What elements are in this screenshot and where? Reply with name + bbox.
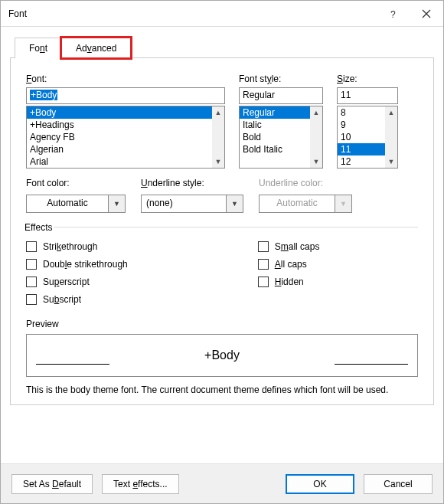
fontstyle-listbox[interactable]: Regular Italic Bold Bold Italic ▲ ▼	[239, 106, 323, 169]
list-item[interactable]: 8	[338, 106, 385, 119]
effects-group-label: Effects	[23, 222, 54, 233]
strikethrough-checkbox[interactable]: Strikethrough	[26, 241, 128, 252]
set-as-default-button[interactable]: Set As Default	[11, 474, 93, 494]
scroll-down-icon[interactable]: ▼	[212, 155, 224, 168]
tab-strip: Font Advanced	[15, 38, 443, 58]
subscript-checkbox[interactable]: Subscript	[26, 294, 128, 305]
preview-underline-left	[36, 364, 109, 365]
tab-advanced[interactable]: Advanced	[61, 38, 131, 58]
preview-description: This is the body theme font. The current…	[26, 385, 418, 395]
underlinestyle-dropdown[interactable]: (none) ▼	[141, 195, 243, 213]
preview-text: +Body	[204, 349, 240, 362]
scrollbar[interactable]: ▲ ▼	[212, 106, 224, 168]
preview-label: Preview	[26, 319, 418, 329]
font-listbox[interactable]: +Body +Headings Agency FB Algerian Arial…	[26, 106, 225, 169]
list-item[interactable]: +Body	[27, 106, 212, 119]
fontcolor-dropdown[interactable]: Automatic ▼	[26, 195, 126, 213]
list-item[interactable]: Bold	[240, 131, 310, 143]
smallcaps-checkbox[interactable]: Small caps	[258, 241, 320, 252]
help-icon: ?	[388, 9, 397, 18]
size-listbox[interactable]: 8 9 10 11 12 ▲ ▼	[337, 106, 398, 169]
fontcolor-label: Font color:	[26, 178, 126, 188]
close-button[interactable]	[410, 1, 443, 27]
superscript-checkbox[interactable]: Superscript	[26, 277, 128, 287]
double-strikethrough-checkbox[interactable]: Double strikethrough	[26, 259, 128, 270]
preview-underline-right	[335, 364, 408, 365]
fontstyle-label: Font style:	[239, 74, 323, 84]
dialog-title: Font	[8, 8, 376, 19]
hidden-checkbox[interactable]: Hidden	[258, 277, 320, 287]
chevron-down-icon[interactable]: ▼	[109, 195, 126, 213]
scroll-up-icon[interactable]: ▲	[310, 106, 322, 119]
scroll-up-icon[interactable]: ▲	[385, 106, 397, 119]
help-button[interactable]: ?	[376, 1, 410, 27]
chevron-down-icon: ▼	[335, 195, 352, 213]
list-item[interactable]: 12	[338, 155, 385, 168]
ok-button[interactable]: OK	[286, 474, 354, 494]
size-input[interactable]: 11	[337, 87, 398, 104]
dialog-footer: Set As Default Text effects... OK Cancel	[1, 463, 443, 503]
preview-box: +Body	[26, 334, 418, 377]
list-item[interactable]: Arial	[27, 155, 212, 168]
scroll-down-icon[interactable]: ▼	[385, 155, 397, 168]
allcaps-checkbox[interactable]: All caps	[258, 259, 320, 270]
fontstyle-input[interactable]: Regular	[239, 87, 323, 104]
list-item[interactable]: Algerian	[27, 143, 212, 155]
font-input[interactable]: +Body	[26, 87, 225, 104]
list-item[interactable]: Italic	[240, 119, 310, 131]
size-label: Size:	[337, 74, 398, 84]
scroll-down-icon[interactable]: ▼	[310, 155, 322, 168]
titlebar: Font ?	[1, 1, 443, 27]
svg-text:?: ?	[390, 9, 396, 18]
underlinecolor-dropdown: Automatic ▼	[259, 195, 352, 213]
close-icon	[422, 9, 431, 18]
list-item[interactable]: Agency FB	[27, 131, 212, 143]
list-item[interactable]: +Headings	[27, 119, 212, 131]
list-item[interactable]: 11	[338, 143, 385, 155]
font-label: Font:	[26, 74, 225, 84]
underlinecolor-label: Underline color:	[259, 178, 352, 188]
text-effects-button[interactable]: Text effects...	[102, 474, 179, 494]
cancel-button[interactable]: Cancel	[364, 474, 433, 494]
scrollbar[interactable]: ▲ ▼	[310, 106, 322, 168]
tab-panel-font: Font: +Body +Body +Headings Agency FB Al…	[10, 57, 434, 405]
underlinestyle-label: Underline style:	[141, 178, 243, 188]
font-dialog: Font ? Font Advanced Font: +Body +Body +…	[0, 0, 444, 504]
list-item[interactable]: Regular	[240, 106, 310, 119]
list-item[interactable]: 9	[338, 119, 385, 131]
list-item[interactable]: Bold Italic	[240, 143, 310, 155]
list-item[interactable]: 10	[338, 131, 385, 143]
scroll-up-icon[interactable]: ▲	[212, 106, 224, 119]
chevron-down-icon[interactable]: ▼	[227, 195, 243, 213]
tab-font[interactable]: Font	[15, 38, 62, 58]
scrollbar[interactable]: ▲ ▼	[385, 106, 397, 168]
